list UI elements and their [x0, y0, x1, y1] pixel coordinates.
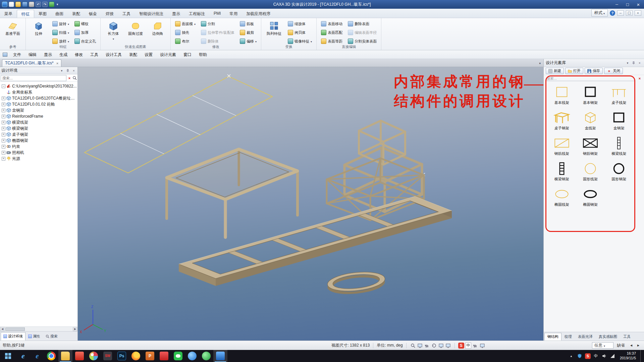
- save-icon[interactable]: [22, 2, 28, 7]
- chamfer-button[interactable]: 边倒角: [148, 19, 168, 46]
- undo-icon[interactable]: ↶: [36, 2, 41, 7]
- pin-icon[interactable]: [65, 68, 70, 73]
- menu-edit[interactable]: 编辑: [25, 50, 40, 59]
- menu-design-tools[interactable]: 设计工具: [102, 50, 125, 59]
- tab-design-environment[interactable]: 设计环境: [1, 332, 25, 341]
- library-item-ellipse-wireframe[interactable]: 椭圆线架: [548, 187, 575, 207]
- ribbon-tab-surface[interactable]: 曲面: [51, 10, 68, 18]
- expander-icon[interactable]: [2, 145, 5, 148]
- taskbar-caxa-3d[interactable]: [213, 350, 227, 362]
- library-item-beam-wireframe[interactable]: 横梁线架: [605, 136, 633, 156]
- tree-item-constraints[interactable]: 约束: [0, 143, 77, 149]
- clear-search-icon[interactable]: [67, 76, 72, 80]
- document-minimize-button[interactable]: [617, 10, 624, 16]
- match-face-button[interactable]: 表面匹配: [319, 29, 344, 36]
- menu-modify[interactable]: 修改: [71, 50, 87, 59]
- ribbon-tab-smart-annotation[interactable]: 智能设计批注: [135, 10, 168, 18]
- ribbon-tab-weld[interactable]: 焊接: [101, 10, 118, 18]
- close-button[interactable]: [633, 1, 643, 8]
- taskbar-firefox[interactable]: [129, 350, 143, 362]
- taskbar-chrome[interactable]: [44, 350, 58, 362]
- move-face-button[interactable]: 表面移动: [319, 20, 344, 27]
- zoom-window-icon[interactable]: [417, 343, 423, 349]
- boolean-button[interactable]: 布尔: [173, 38, 197, 45]
- zoom-icon[interactable]: [410, 343, 416, 349]
- expander-icon[interactable]: [2, 109, 5, 112]
- draft-face-button[interactable]: 面拔模: [173, 20, 197, 27]
- scale-body-button[interactable]: 缩放体: [286, 20, 314, 27]
- snap-filter-combo[interactable]: 任意: [592, 342, 613, 349]
- extrude-button[interactable]: 拉伸: [29, 19, 49, 46]
- stretch-part-assembly-button[interactable]: 拉伸零件/装配体: [199, 29, 236, 36]
- library-item-circle-wireframe[interactable]: 圆形线架: [577, 162, 604, 182]
- tree-item-assembly-1[interactable]: TCA12DFL0 GH5120TCA餐厨垃圾...: [0, 95, 77, 101]
- menu-display[interactable]: 显示: [40, 50, 56, 59]
- sweep-button[interactable]: 扫描: [51, 29, 71, 36]
- tree-item-beam-wireframe[interactable]: 横梁线架: [0, 119, 77, 125]
- tree-item-assembly-2[interactable]: TCA12DFL0.01.02 前舱: [0, 101, 77, 107]
- thicken-button[interactable]: 加厚: [73, 29, 98, 36]
- tab-realistic-map[interactable]: 真实感贴图: [596, 333, 620, 341]
- tree-item-table-steel[interactable]: 桌子钢架: [0, 131, 77, 137]
- taskbar-red-app[interactable]: [157, 350, 171, 362]
- start-button[interactable]: [0, 350, 16, 362]
- menu-assembly[interactable]: 装配: [125, 50, 141, 59]
- ribbon-tab-display[interactable]: 显示: [168, 10, 184, 18]
- menu-file[interactable]: 文件: [9, 50, 25, 59]
- cuboid-button[interactable]: 长方体: [103, 19, 123, 46]
- ribbon-tab-common[interactable]: 常用: [225, 10, 242, 18]
- ribbon-tab-engineering-annotation[interactable]: 工程标注: [184, 10, 209, 18]
- new-file-icon[interactable]: [9, 2, 14, 7]
- edit-face-radius-button[interactable]: 编辑表面半径: [346, 29, 378, 36]
- tab-search[interactable]: 搜索: [43, 332, 60, 341]
- sogou-input-icon[interactable]: S: [458, 343, 464, 349]
- tab-texture[interactable]: 纹理: [561, 333, 575, 341]
- render-mode-icon[interactable]: [49, 2, 54, 7]
- library-item-table-steel[interactable]: 桌子钢架: [548, 111, 575, 131]
- language-indicator[interactable]: 中: [593, 353, 599, 359]
- library-search-input[interactable]: 搜索...: [546, 76, 635, 81]
- taskbar-powerpoint[interactable]: P: [143, 350, 157, 362]
- mirror-feature-button[interactable]: 镜像特征: [286, 38, 314, 45]
- scroll-left-icon[interactable]: [0, 327, 5, 331]
- expander-icon[interactable]: [2, 139, 5, 142]
- ribbon-tab-sketch[interactable]: 草图: [34, 10, 51, 18]
- library-item-rebar-steel[interactable]: 钢筋钢架: [577, 136, 604, 156]
- ribbon-tab-menu[interactable]: 菜单: [0, 10, 17, 18]
- offset-face-button[interactable]: 表面等距: [319, 38, 344, 45]
- status-scroll-left-icon[interactable]: [628, 343, 634, 349]
- library-save-button[interactable]: 保存: [585, 68, 603, 74]
- taskbar-green-app[interactable]: [199, 350, 213, 362]
- minimize-button[interactable]: [612, 1, 622, 8]
- loft-button[interactable]: 放样: [51, 38, 71, 45]
- revolve-button[interactable]: 旋转: [51, 20, 71, 27]
- horizontal-scrollbar[interactable]: [0, 326, 77, 331]
- offset-button[interactable]: 偏移: [238, 38, 258, 45]
- library-item-circle-steel[interactable]: 圆形钢架: [605, 162, 633, 182]
- tab-close-icon[interactable]: [56, 61, 58, 65]
- document-restore-button[interactable]: [626, 10, 633, 16]
- sogou-tray-icon[interactable]: S: [585, 353, 591, 359]
- open-file-icon[interactable]: [15, 2, 21, 7]
- menu-tools[interactable]: 工具: [87, 50, 102, 59]
- document-tab[interactable]: TCA12DFL0 GH...吸车.ics*: [2, 59, 61, 67]
- taskbar-paint[interactable]: [87, 350, 101, 362]
- tree-search-input[interactable]: [1, 75, 66, 81]
- render-mode-icon[interactable]: [445, 343, 451, 349]
- taskbar-clock[interactable]: 16:37 2019/11/5: [618, 351, 638, 361]
- document-close-button[interactable]: [635, 10, 641, 16]
- menu-help[interactable]: 帮助: [195, 50, 211, 59]
- expander-icon[interactable]: [2, 84, 5, 88]
- volume-icon[interactable]: [601, 353, 607, 359]
- library-item-ellipse-steel[interactable]: 椭圆钢架: [577, 187, 604, 207]
- library-item-table-wireframe[interactable]: 桌子线架: [605, 85, 633, 105]
- maximize-button[interactable]: [623, 1, 633, 8]
- print-icon[interactable]: [29, 2, 34, 7]
- taskbar-file-explorer[interactable]: [58, 350, 72, 362]
- tree-item-ellipse-steel[interactable]: 椭圆钢架: [0, 137, 77, 143]
- ribbon-tab-feature[interactable]: 特征: [17, 10, 34, 18]
- network-icon[interactable]: [609, 353, 615, 359]
- menu-settings[interactable]: 设置: [141, 50, 156, 59]
- trim-button[interactable]: 裁剪: [238, 29, 258, 36]
- library-item-box-steel[interactable]: 盒钢架: [605, 111, 633, 131]
